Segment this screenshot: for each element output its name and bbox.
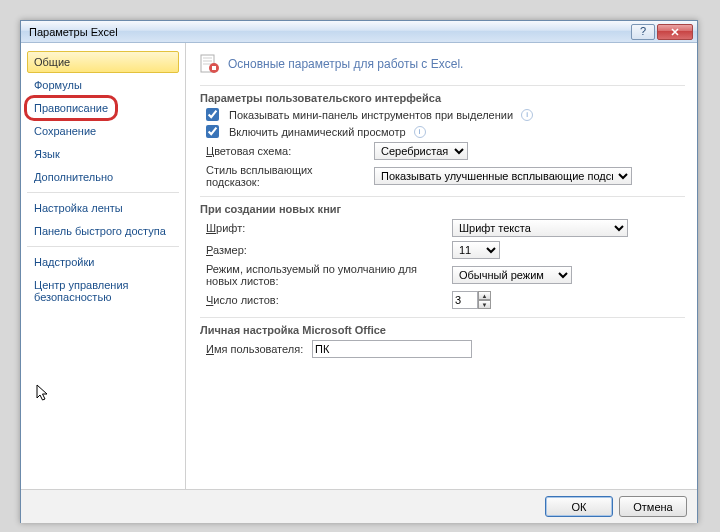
options-icon	[200, 53, 220, 75]
cancel-button[interactable]: Отмена	[619, 496, 687, 517]
label-size: Размер:	[206, 244, 446, 256]
checkbox-live-preview[interactable]	[206, 125, 219, 138]
sidebar-item-language[interactable]: Язык	[27, 143, 179, 165]
label-sheet-count: Число листов:	[206, 294, 446, 306]
label-live-preview: Включить динамический просмотр	[229, 126, 406, 138]
label-username: Имя пользователя:	[206, 343, 306, 355]
options-content: Основные параметры для работы с Excel. П…	[186, 43, 697, 489]
close-button[interactable]	[657, 24, 693, 40]
group-personal: Личная настройка Microsoft Office Имя по…	[200, 317, 685, 358]
spin-up[interactable]: ▲	[478, 291, 491, 300]
ok-button[interactable]: ОК	[545, 496, 613, 517]
sidebar-item-formulas[interactable]: Формулы	[27, 74, 179, 96]
group-title: При создании новых книг	[200, 203, 341, 215]
sidebar-item-addins[interactable]: Надстройки	[27, 251, 179, 273]
sidebar-separator	[27, 246, 179, 247]
sidebar-item-advanced[interactable]: Дополнительно	[27, 166, 179, 188]
group-title: Параметры пользовательского интерфейса	[200, 92, 441, 104]
sidebar-separator	[27, 192, 179, 193]
label-color-scheme: Цветовая схема:	[206, 145, 368, 157]
svg-text:?: ?	[640, 27, 646, 37]
category-sidebar: Общие Формулы Правописание Сохранение Яз…	[21, 43, 186, 489]
sidebar-item-save[interactable]: Сохранение	[27, 120, 179, 142]
color-scheme-dropdown[interactable]: Серебристая	[374, 142, 468, 160]
label-font: Шрифт:	[206, 222, 446, 234]
info-icon[interactable]: i	[521, 109, 533, 121]
excel-options-dialog: Параметры Excel ? Общие Формулы Правопис…	[20, 20, 698, 523]
group-ui-options: Параметры пользовательского интерфейса П…	[200, 85, 685, 188]
default-view-dropdown[interactable]: Обычный режим	[452, 266, 572, 284]
label-tooltip-style: Стиль всплывающих подсказок:	[206, 164, 368, 188]
sidebar-item-general[interactable]: Общие	[27, 51, 179, 73]
titlebar: Параметры Excel ?	[21, 21, 697, 43]
page-header: Основные параметры для работы с Excel.	[200, 53, 685, 75]
dialog-footer: ОК Отмена	[21, 489, 697, 523]
sidebar-item-proofing[interactable]: Правописание	[27, 97, 179, 119]
spin-down[interactable]: ▼	[478, 300, 491, 309]
group-title: Личная настройка Microsoft Office	[200, 324, 386, 336]
group-new-workbook: При создании новых книг Шрифт: Шрифт тек…	[200, 196, 685, 309]
username-input[interactable]	[312, 340, 472, 358]
info-icon[interactable]: i	[414, 126, 426, 138]
sheet-count-input[interactable]	[452, 291, 478, 309]
sheet-count-spinner[interactable]: ▲▼	[452, 291, 491, 309]
tooltip-style-dropdown[interactable]: Показывать улучшенные всплывающие подска…	[374, 167, 632, 185]
page-title: Основные параметры для работы с Excel.	[228, 57, 463, 71]
window-title: Параметры Excel	[25, 26, 629, 38]
font-dropdown[interactable]: Шрифт текста	[452, 219, 628, 237]
label-mini-toolbar: Показывать мини-панель инструментов при …	[229, 109, 513, 121]
svg-rect-3	[212, 66, 216, 70]
size-dropdown[interactable]: 11	[452, 241, 500, 259]
label-default-view: Режим, используемый по умолчанию для нов…	[206, 263, 446, 287]
sidebar-item-trust-center[interactable]: Центр управления безопасностью	[27, 274, 179, 308]
help-button[interactable]: ?	[631, 24, 655, 40]
sidebar-item-qat[interactable]: Панель быстрого доступа	[27, 220, 179, 242]
sidebar-item-ribbon[interactable]: Настройка ленты	[27, 197, 179, 219]
checkbox-mini-toolbar[interactable]	[206, 108, 219, 121]
